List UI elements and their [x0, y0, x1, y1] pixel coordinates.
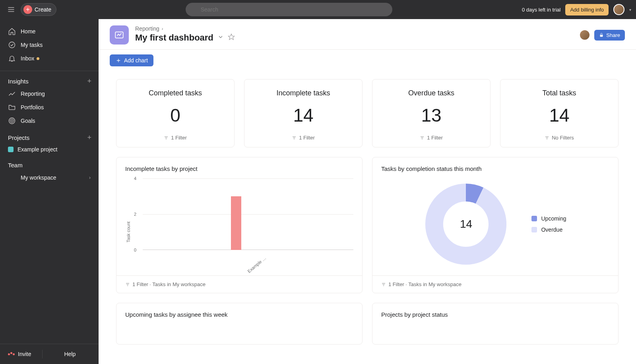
stat-value: 14 [508, 105, 610, 126]
invite-button[interactable]: Invite [8, 351, 31, 357]
stat-filter: 1 Filter [124, 135, 226, 141]
target-icon [8, 117, 16, 125]
chart-card-donut[interactable]: Tasks by completion status this month 14… [372, 157, 619, 293]
chart-card-project-status[interactable]: Projects by project status [372, 303, 619, 345]
team-my-workspace[interactable]: My workspace › [0, 171, 99, 184]
toolbar: ＋ Add chart [99, 50, 636, 71]
stat-grid: Completed tasks 0 1 Filter Incomplete ta… [116, 79, 619, 147]
create-button[interactable]: + Create [21, 3, 56, 16]
svg-marker-14 [228, 34, 234, 40]
title-dropdown-button[interactable] [217, 34, 224, 42]
donut-chart: 14 [424, 182, 508, 266]
favorite-star-button[interactable] [228, 33, 235, 42]
team-header-label: Team [8, 162, 23, 168]
hamburger-icon [7, 6, 15, 14]
share-button[interactable]: Share [594, 30, 625, 41]
reporting-icon [8, 90, 16, 98]
invite-icon [8, 353, 15, 355]
nav-my-tasks[interactable]: My tasks [0, 38, 99, 52]
nav-my-tasks-label: My tasks [21, 42, 43, 48]
invite-label: Invite [18, 351, 31, 357]
insights-add-button[interactable]: + [87, 77, 91, 85]
nav-goals-label: Goals [21, 118, 35, 124]
stat-card-total[interactable]: Total tasks 14 No Filters [500, 79, 619, 147]
svg-point-11 [55, 351, 60, 357]
nav-reporting-label: Reporting [21, 91, 45, 97]
create-button-label: Create [35, 6, 51, 13]
stat-filter-label: 1 Filter [171, 135, 187, 141]
chart-title: Upcoming tasks by assignee this week [116, 303, 362, 320]
stat-title: Completed tasks [124, 89, 226, 97]
nav-portfolios-label: Portfolios [21, 104, 44, 110]
search-field[interactable] [186, 3, 392, 16]
team-icon [8, 174, 16, 182]
svg-rect-15 [600, 35, 603, 37]
chart-card-bar[interactable]: Incomplete tasks by project Task count 0… [116, 157, 363, 293]
page-header: Reporting › My first dashboard Share [99, 19, 636, 50]
filter-icon [125, 282, 130, 287]
dashboard-icon [110, 25, 129, 45]
stat-filter-label: 1 Filter [299, 135, 315, 141]
project-example-label: Example project [17, 146, 57, 153]
check-circle-icon [8, 41, 16, 49]
sidebar-footer: Invite Help [0, 344, 99, 364]
filter-icon [545, 136, 549, 140]
chart-footer-label: 1 Filter · Tasks in My workspace [132, 281, 206, 287]
stat-card-completed[interactable]: Completed tasks 0 1 Filter [116, 79, 235, 147]
filter-icon [420, 136, 425, 140]
breadcrumb-reporting-link[interactable]: Reporting [135, 25, 159, 32]
chart-card-upcoming-assignee[interactable]: Upcoming tasks by assignee this week [116, 303, 363, 345]
filter-icon [164, 136, 169, 140]
search-wrap [56, 3, 522, 16]
svg-point-9 [10, 176, 12, 178]
topbar: + Create 0 days left in trial Add billin… [0, 0, 636, 19]
add-chart-button[interactable]: ＋ Add chart [110, 54, 153, 66]
share-button-label: Share [606, 32, 620, 38]
folder-icon [8, 103, 16, 111]
svg-point-5 [9, 42, 15, 48]
nav-portfolios[interactable]: Portfolios [0, 101, 99, 114]
nav-home[interactable]: Home [0, 25, 99, 38]
bar-plot: 024Example … [131, 178, 353, 270]
nav-inbox[interactable]: Inbox [0, 52, 99, 65]
chart-footer: 1 Filter · Tasks in My workspace [372, 275, 618, 293]
projects-add-button[interactable]: + [87, 134, 91, 141]
add-billing-button[interactable]: Add billing info [565, 4, 609, 15]
legend-item-upcoming: Upcoming [531, 215, 566, 222]
member-avatar[interactable] [579, 29, 590, 41]
stat-filter-label: No Filters [552, 135, 574, 141]
legend-swatch [531, 227, 537, 232]
menu-toggle-button[interactable] [5, 3, 17, 16]
breadcrumb: Reporting › [135, 25, 235, 32]
help-icon [54, 350, 61, 358]
stat-value: 0 [124, 105, 226, 126]
svg-point-6 [9, 118, 15, 124]
legend-label: Overdue [541, 227, 562, 233]
dashboard-scroll-area[interactable]: Completed tasks 0 1 Filter Incomplete ta… [99, 71, 636, 364]
chart-row: Incomplete tasks by project Task count 0… [116, 157, 619, 293]
stat-filter: 1 Filter [380, 135, 482, 141]
nav-inbox-label: Inbox [21, 55, 34, 62]
stat-card-overdue[interactable]: Overdue tasks 13 1 Filter [372, 79, 491, 147]
avatar-menu-caret[interactable]: ▾ [629, 8, 631, 12]
chart-body [116, 320, 362, 344]
stat-card-incomplete[interactable]: Incomplete tasks 14 1 Filter [244, 79, 363, 147]
search-input[interactable] [201, 6, 387, 13]
user-avatar[interactable] [613, 4, 624, 15]
legend-item-overdue: Overdue [531, 227, 566, 233]
stat-value: 14 [252, 105, 354, 126]
projects-section-header: Projects + [0, 128, 99, 143]
nav-reporting[interactable]: Reporting [0, 87, 99, 101]
nav-goals[interactable]: Goals [0, 114, 99, 128]
stat-title: Incomplete tasks [252, 89, 354, 97]
project-example[interactable]: Example project [0, 143, 99, 155]
chevron-right-icon: › [162, 26, 163, 31]
home-icon [8, 27, 16, 35]
plus-circle-icon: + [23, 5, 32, 14]
chart-footer-label: 1 Filter · Tasks in My workspace [388, 281, 461, 287]
svg-point-8 [12, 120, 12, 121]
main: Reporting › My first dashboard Share [99, 19, 636, 364]
donut-chart-body: 14 Upcoming Overdue [372, 174, 618, 275]
help-button[interactable]: Help [54, 350, 76, 358]
legend-label: Upcoming [541, 215, 566, 222]
